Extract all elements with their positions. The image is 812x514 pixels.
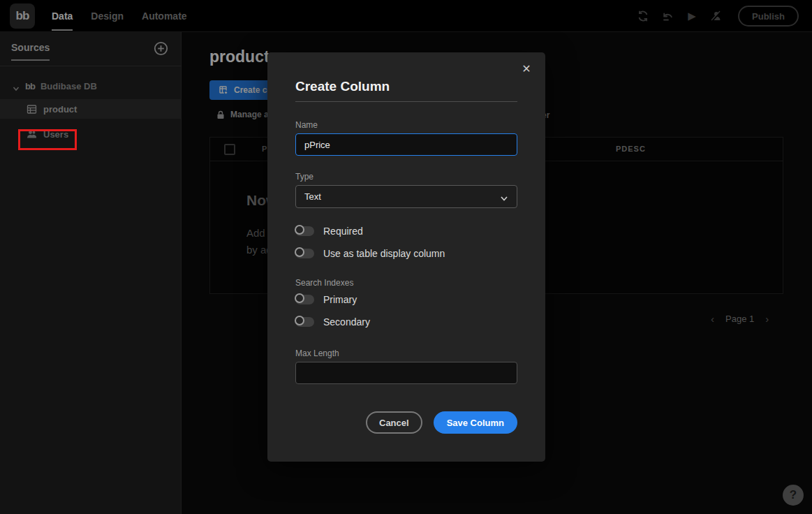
search-indexes-label: Search Indexes xyxy=(295,278,353,288)
max-length-label: Max Length xyxy=(295,348,339,358)
create-column-modal: ✕ Create Column Name Type Text Required … xyxy=(267,52,545,462)
primary-index-label: Primary xyxy=(323,294,357,305)
toggle-off-icon[interactable] xyxy=(295,226,314,236)
max-length-field[interactable] xyxy=(295,362,517,384)
modal-actions: Cancel Save Column xyxy=(295,411,517,434)
budibase-app: bb Data Design Automate ▶ xyxy=(0,0,812,514)
type-select[interactable]: Text xyxy=(295,185,517,208)
help-button[interactable]: ? xyxy=(783,485,804,506)
toggle-off-icon[interactable] xyxy=(295,295,314,304)
toggle-off-icon[interactable] xyxy=(295,317,314,327)
toggle-off-icon[interactable] xyxy=(295,249,314,258)
modal-divider xyxy=(295,101,517,102)
modal-title: Create Column xyxy=(295,79,390,94)
required-toggle[interactable]: Required xyxy=(295,225,363,237)
display-column-label: Use as table display column xyxy=(323,248,445,259)
required-label: Required xyxy=(323,226,363,237)
cancel-button[interactable]: Cancel xyxy=(366,411,422,434)
display-column-toggle[interactable]: Use as table display column xyxy=(295,247,445,260)
name-label: Name xyxy=(295,120,318,130)
type-label: Type xyxy=(295,172,313,182)
save-column-button[interactable]: Save Column xyxy=(434,411,517,434)
name-field[interactable] xyxy=(295,133,517,156)
secondary-index-label: Secondary xyxy=(323,316,370,328)
close-icon[interactable]: ✕ xyxy=(519,61,534,76)
primary-index-toggle[interactable]: Primary xyxy=(295,293,357,306)
secondary-index-toggle[interactable]: Secondary xyxy=(295,316,370,328)
chevron-down-icon xyxy=(500,193,508,201)
type-select-value: Text xyxy=(304,191,500,202)
